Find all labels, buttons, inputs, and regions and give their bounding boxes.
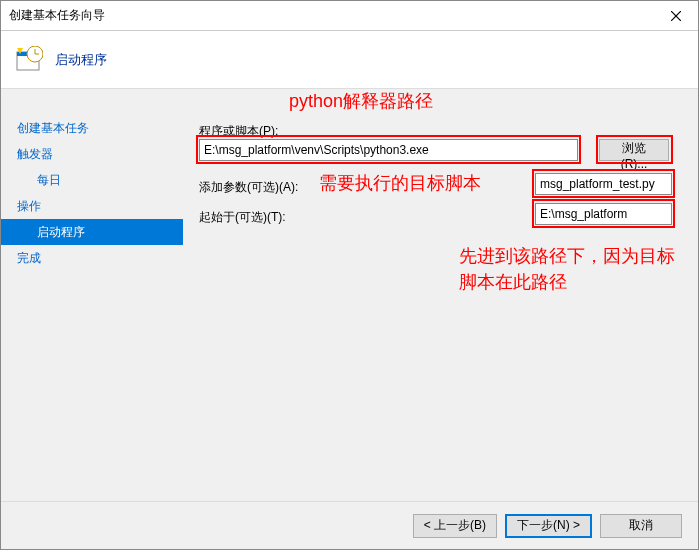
sidebar-item-create[interactable]: 创建基本任务 [1, 115, 183, 141]
close-button[interactable] [653, 1, 698, 31]
footer: < 上一步(B) 下一步(N) > 取消 [1, 501, 698, 549]
program-label: 程序或脚本(P): [183, 123, 303, 140]
startin-label: 起始于(可选)(T): [183, 209, 303, 226]
annotation-target-script: 需要执行的目标脚本 [319, 171, 481, 195]
sidebar-item-daily[interactable]: 每日 [1, 167, 183, 193]
run-program-icon [15, 46, 43, 74]
wizard-header: 启动程序 [1, 31, 698, 89]
wizard-window: 创建基本任务向导 启动程序 创建基本任务 触发器 每日 操作 启动程序 完成 p… [0, 0, 699, 550]
title-text: 创建基本任务向导 [9, 7, 653, 24]
browse-button[interactable]: 浏览(R)... [599, 139, 669, 161]
sidebar-item-trigger[interactable]: 触发器 [1, 141, 183, 167]
form-area: python解释器路径 程序或脚本(P): 浏览(R)... 添加参数(可选)(… [183, 89, 698, 501]
annotation-cd-note: 先进到该路径下，因为目标脚本在此路径 [459, 243, 689, 295]
cancel-button[interactable]: 取消 [600, 514, 682, 538]
titlebar: 创建基本任务向导 [1, 1, 698, 31]
sidebar-item-finish[interactable]: 完成 [1, 245, 183, 271]
next-button[interactable]: 下一步(N) > [505, 514, 592, 538]
body-area: 创建基本任务 触发器 每日 操作 启动程序 完成 python解释器路径 程序或… [1, 89, 698, 501]
sidebar-item-startprogram[interactable]: 启动程序 [1, 219, 183, 245]
args-input[interactable] [535, 173, 672, 195]
args-label: 添加参数(可选)(A): [183, 179, 303, 196]
close-icon [671, 11, 681, 21]
sidebar-item-action[interactable]: 操作 [1, 193, 183, 219]
sidebar: 创建基本任务 触发器 每日 操作 启动程序 完成 [1, 89, 183, 501]
startin-input[interactable] [535, 203, 672, 225]
header-title: 启动程序 [55, 51, 107, 69]
annotation-interpreter: python解释器路径 [289, 89, 433, 113]
program-input[interactable] [199, 139, 578, 161]
back-button[interactable]: < 上一步(B) [413, 514, 497, 538]
